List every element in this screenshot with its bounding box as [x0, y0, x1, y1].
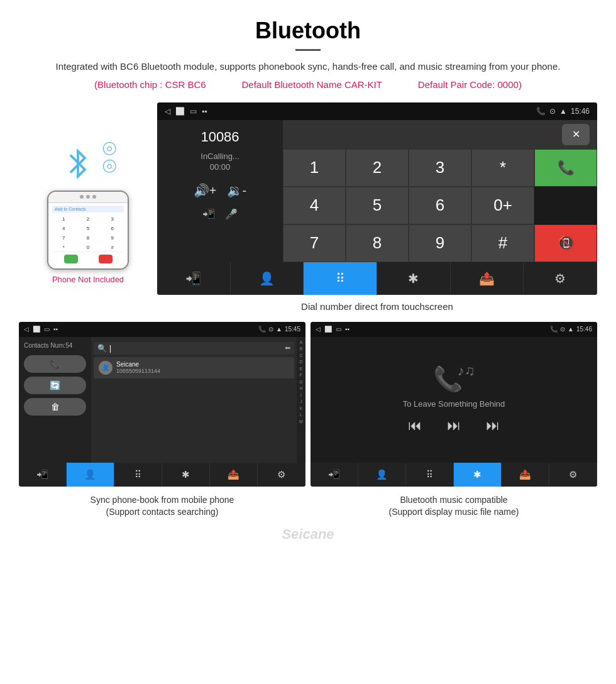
music-tb-settings-btn[interactable]: ⚙ — [549, 463, 597, 487]
alpha-I[interactable]: I — [300, 392, 302, 399]
kp-key-2[interactable]: 2 — [346, 149, 409, 187]
call-contact-btn[interactable]: 📞 — [24, 355, 86, 373]
kp-key-6[interactable]: 6 — [409, 187, 471, 224]
sync-contact-btn[interactable]: 🔄 — [24, 377, 86, 394]
contacts-list: 🔍 | ⬅ 👤 Seicane 10655059113144 — [91, 337, 297, 463]
avatar-icon: 👤 — [102, 364, 109, 371]
music-tb-call-btn[interactable]: 📲 — [311, 463, 358, 487]
prev-track-button[interactable]: ⏮ — [408, 417, 422, 434]
kp-key-hash[interactable]: # — [471, 224, 534, 262]
alpha-D[interactable]: D — [299, 359, 302, 366]
volume-down-icon[interactable]: 🔉- — [227, 183, 247, 198]
phone-end-button[interactable] — [99, 255, 113, 263]
tb-contacts-btn[interactable]: 👤 — [231, 262, 304, 295]
dial-calling-label: InCalling... — [201, 152, 239, 161]
music-playback-controls: ⏮ ⏭ ⏭ — [408, 417, 500, 434]
alpha-K[interactable]: K — [300, 405, 303, 412]
dial-extra-controls: 📲 🎤 — [202, 208, 238, 220]
music-tb-keypad-btn[interactable]: ⠿ — [406, 463, 454, 487]
volume-up-icon[interactable]: 🔊+ — [194, 183, 217, 198]
call-icon: 📞 — [558, 160, 575, 176]
music-tb-call-icon: 📲 — [328, 469, 340, 480]
music-screen-wrapper: ◁ ⬜ ▭ ▪▪ 📞 ⊙ ▲ 15:46 📞 — [311, 322, 597, 487]
top-section: ⦾⦾ Add to Contacts 1 2 — [19, 102, 597, 322]
alpha-H[interactable]: H — [299, 385, 302, 392]
phone-key-hash[interactable]: # — [101, 243, 124, 251]
contacts-tb-settings-btn[interactable]: ⚙ — [258, 463, 305, 487]
dial-backspace-button[interactable]: ✕ — [562, 124, 590, 145]
kp-key-7[interactable]: 7 — [283, 224, 346, 262]
contacts-screen-wrapper: ◁ ⬜ ▭ ▪▪ 📞 ⊙ ▲ 15:45 — [19, 322, 305, 487]
tb-settings-btn[interactable]: ⚙ — [524, 262, 597, 295]
contacts-tb-call-btn[interactable]: 📲 — [19, 463, 67, 487]
phone-key-7[interactable]: 7 — [52, 234, 75, 242]
contacts-location-icon: ⊙ — [268, 326, 273, 333]
kp-key-8[interactable]: 8 — [346, 224, 409, 262]
dial-content: 10086 InCalling... 00:00 🔊+ 🔉- 📲 🎤 — [157, 120, 597, 262]
contact-name: Seicane — [116, 361, 160, 368]
music-tb-contacts-btn[interactable]: 👤 — [358, 463, 406, 487]
kp-key-1[interactable]: 1 — [283, 149, 346, 187]
music-wifi-icon: ▲ — [568, 326, 574, 333]
dial-keypad-grid: 1 2 3 * 📞 4 5 6 0+ — [283, 149, 597, 262]
tb-bluetooth-btn[interactable]: ✱ — [377, 262, 451, 295]
contacts-tb-phone-btn[interactable]: 📤 — [210, 463, 258, 487]
phone-key-8[interactable]: 8 — [77, 234, 100, 242]
kp-key-5[interactable]: 5 — [346, 187, 409, 224]
phone-call-button[interactable] — [64, 255, 78, 263]
default-pair-label: Default Pair Code: 0000) — [418, 79, 522, 90]
music-tb-phone-btn[interactable]: 📤 — [502, 463, 549, 487]
phone-key-star[interactable]: * — [52, 243, 75, 251]
keypad-icon: ⠿ — [336, 271, 345, 286]
alpha-L[interactable]: L — [300, 412, 302, 419]
kp-call-button[interactable]: 📞 — [534, 149, 597, 187]
end-call-icon: 📵 — [558, 235, 575, 251]
alpha-J[interactable]: J — [300, 399, 302, 405]
phone-bottom-buttons — [52, 251, 124, 266]
header-description: Integrated with BC6 Bluetooth module, su… — [38, 60, 578, 74]
contacts-tb-person-icon: 👤 — [84, 469, 96, 480]
delete-contact-btn[interactable]: 🗑 — [24, 398, 86, 416]
header-section: Bluetooth Integrated with BC6 Bluetooth … — [0, 0, 616, 96]
call-transfer-icon: 📲 — [185, 271, 201, 286]
music-call-status-icon: 📞 — [550, 326, 558, 333]
alpha-E[interactable]: E — [300, 366, 303, 373]
tb-phone-transfer-btn[interactable]: 📤 — [451, 262, 524, 295]
kp-key-star[interactable]: * — [471, 149, 534, 187]
phone-key-0[interactable]: 0 — [77, 243, 100, 251]
kp-key-0plus[interactable]: 0+ — [471, 187, 534, 224]
transfer-icon[interactable]: 📲 — [202, 208, 215, 220]
music-caption-line1: Bluetooth music compatible — [311, 494, 597, 507]
play-pause-button[interactable]: ⏭ — [447, 417, 461, 434]
alpha-M[interactable]: M — [299, 419, 303, 426]
phone-key-9[interactable]: 9 — [101, 234, 124, 242]
microphone-icon[interactable]: 🎤 — [225, 208, 238, 220]
kp-key-4[interactable]: 4 — [283, 187, 346, 224]
phone-key-3[interactable]: 3 — [101, 215, 124, 223]
alpha-G[interactable]: G — [299, 379, 302, 386]
tb-call-transfer-btn[interactable]: 📲 — [157, 262, 231, 295]
tb-keypad-btn[interactable]: ⠿ — [304, 262, 377, 295]
contacts-tb-call-icon: 📲 — [36, 469, 48, 480]
music-tb-bt-btn[interactable]: ✱ — [454, 463, 502, 487]
alpha-C[interactable]: C — [299, 353, 302, 360]
contacts-status-left: ◁ ⬜ ▭ ▪▪ — [24, 326, 58, 333]
alpha-F[interactable]: F — [300, 372, 302, 379]
contacts-tb-contacts-btn[interactable]: 👤 — [67, 463, 114, 487]
back-nav-icon: ◁ — [165, 107, 170, 116]
phone-key-4[interactable]: 4 — [52, 224, 75, 233]
contact-list-item[interactable]: 👤 Seicane 10655059113144 — [94, 357, 294, 378]
phone-key-5[interactable]: 5 — [77, 224, 100, 233]
contacts-tb-bt-btn[interactable]: ✱ — [162, 463, 210, 487]
next-track-button[interactable]: ⏭ — [486, 417, 500, 434]
alpha-B[interactable]: B — [300, 346, 303, 353]
kp-key-3[interactable]: 3 — [409, 149, 471, 187]
kp-end-button[interactable]: 📵 — [534, 224, 597, 262]
phone-key-6[interactable]: 6 — [101, 224, 124, 233]
alpha-A[interactable]: A — [300, 339, 303, 346]
phone-key-1[interactable]: 1 — [52, 215, 75, 223]
phone-key-2[interactable]: 2 — [77, 215, 100, 223]
contacts-tb-keypad-btn[interactable]: ⠿ — [114, 463, 162, 487]
kp-key-9[interactable]: 9 — [409, 224, 471, 262]
contacts-wifi-icon: ▲ — [276, 326, 282, 333]
